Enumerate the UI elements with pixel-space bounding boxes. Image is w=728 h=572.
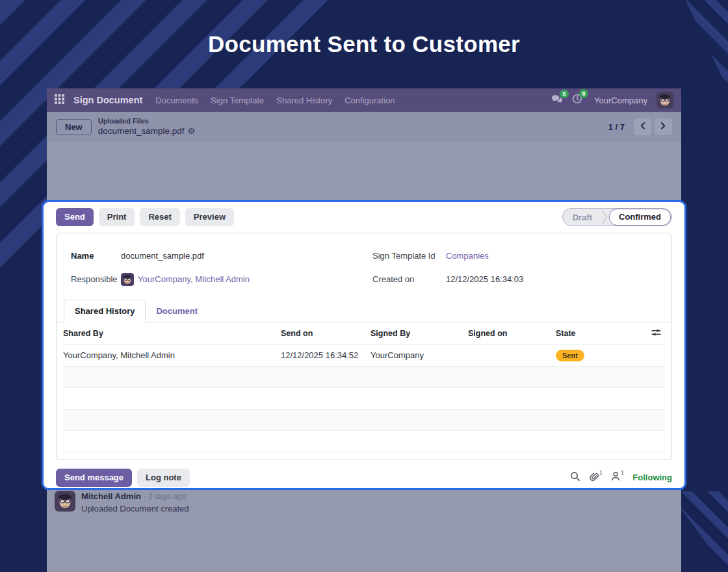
chatter-toolbar: Send message Log note 1 1 Following — [56, 469, 672, 487]
status-chevron-icon — [602, 209, 608, 226]
statusbar: Draft Confirmed — [562, 208, 672, 226]
log-note-button[interactable]: Log note — [137, 469, 190, 487]
chatter-toolbar-right: 1 1 Following — [570, 471, 672, 484]
status-step-confirmed[interactable]: Confirmed — [609, 209, 671, 226]
field-name: Name document_sample.pdf — [71, 249, 372, 263]
breadcrumb-current-label: document_sample.pdf — [98, 126, 185, 136]
spotlight-card: Send Print Reset Preview Draft Confirmed — [42, 200, 686, 490]
sign-template-link[interactable]: Companies — [446, 251, 489, 261]
form-sheet: Name document_sample.pdf Responsible You… — [56, 233, 672, 460]
new-button[interactable]: New — [56, 119, 92, 135]
breadcrumb-parent[interactable]: Uploaded Files — [98, 117, 196, 125]
breadcrumb-current: document_sample.pdf ⚙ — [98, 126, 196, 136]
preview-button[interactable]: Preview — [185, 208, 234, 226]
follower-count: 1 — [621, 469, 624, 476]
field-responsible: Responsible YourCompany, Mitchell Admin — [71, 272, 372, 286]
tab-document[interactable]: Document — [146, 300, 208, 322]
state-badge: Sent — [556, 350, 584, 361]
form-toolbar: Send Print Reset Preview Draft Confirmed — [56, 207, 672, 227]
nav-item-sign-template[interactable]: Sign Template — [211, 96, 264, 105]
chevron-right-icon — [660, 122, 666, 132]
app-name[interactable]: Sign Document — [73, 95, 142, 105]
form-fields: Name document_sample.pdf Responsible You… — [57, 233, 671, 286]
table-empty-row — [63, 431, 665, 452]
search-messages-button[interactable] — [570, 471, 580, 484]
field-name-value: document_sample.pdf — [121, 251, 204, 261]
pager: 1 / 7 — [608, 118, 672, 135]
nav-item-configuration[interactable]: Configuration — [344, 96, 395, 105]
table-empty-row — [63, 410, 665, 431]
activities-count-badge: 8 — [579, 89, 588, 98]
person-icon — [611, 471, 620, 484]
nav-item-documents[interactable]: Documents — [155, 96, 198, 105]
magnifier-icon — [570, 471, 580, 484]
message-body: Uploaded Document created — [81, 504, 189, 514]
user-company-name[interactable]: YourCompany — [594, 96, 647, 105]
column-header-shared-by[interactable]: Shared By — [63, 329, 281, 338]
field-sign-template: Sign Template Id Companies — [372, 249, 657, 263]
page-background: Document Sent to Customer Sign Document … — [0, 0, 728, 572]
pager-next-button[interactable] — [655, 118, 672, 135]
control-panel: New Uploaded Files document_sample.pdf ⚙… — [47, 112, 681, 142]
field-created-on: Created on 12/12/2025 16:34:03 — [372, 272, 657, 286]
print-button[interactable]: Print — [99, 208, 135, 226]
table-empty-row — [63, 367, 665, 388]
navbar: Sign Document Documents Sign Template Sh… — [47, 88, 681, 112]
chatter-message: Mitchell Admin - 2 days ago Uploaded Doc… — [55, 491, 681, 514]
send-message-button[interactable]: Send message — [56, 469, 132, 487]
message-author: Mitchell Admin — [81, 491, 141, 501]
user-avatar[interactable] — [656, 92, 673, 109]
notebook-tabs: Shared History Document — [57, 300, 671, 322]
shared-history-table: Shared By Send on Signed By Signed on St… — [63, 322, 665, 452]
nav-menu: Documents Sign Template Shared History C… — [155, 96, 395, 105]
chevron-left-icon — [640, 122, 645, 132]
field-name-label: Name — [71, 251, 121, 261]
main-area: Send Print Reset Preview Draft Confirmed — [47, 142, 681, 572]
message-author-avatar — [55, 491, 75, 512]
decor-stripes-bottom-right — [681, 491, 728, 572]
navbar-right: 5 8 YourCompany — [551, 92, 673, 109]
paperclip-icon — [589, 471, 599, 484]
column-header-signed-by[interactable]: Signed By — [370, 329, 468, 338]
column-header-send-on[interactable]: Send on — [281, 329, 370, 338]
app-window: Sign Document Documents Sign Template Sh… — [47, 88, 681, 572]
field-sign-template-label: Sign Template Id — [372, 251, 446, 261]
pager-previous-button[interactable] — [634, 118, 651, 135]
following-button[interactable]: Following — [632, 473, 672, 482]
field-created-on-value: 12/12/2025 16:34:03 — [446, 274, 523, 284]
tab-shared-history[interactable]: Shared History — [64, 300, 146, 322]
send-button[interactable]: Send — [56, 208, 94, 226]
field-responsible-value: YourCompany, Mitchell Admin — [121, 273, 250, 286]
cell-signed-by: YourCompany — [370, 350, 468, 360]
responsible-link[interactable]: YourCompany, Mitchell Admin — [138, 274, 250, 284]
sliders-icon — [651, 328, 661, 339]
nav-item-shared-history[interactable]: Shared History — [276, 96, 332, 105]
breadcrumb: Uploaded Files document_sample.pdf ⚙ — [98, 117, 196, 136]
attachment-count: 1 — [599, 469, 603, 476]
activities-button[interactable]: 8 — [572, 94, 582, 107]
messages-button[interactable]: 5 — [551, 94, 563, 107]
field-created-on-label: Created on — [372, 274, 446, 284]
page-title: Document Sent to Customer — [0, 31, 728, 57]
grid-icon — [55, 94, 64, 107]
pager-count: 1 / 7 — [608, 122, 625, 132]
column-header-state[interactable]: State — [556, 329, 648, 338]
responsible-avatar — [121, 273, 134, 286]
column-header-signed-on[interactable]: Signed on — [468, 329, 556, 338]
apps-menu-button[interactable] — [55, 94, 64, 107]
message-header: Mitchell Admin - 2 days ago — [81, 491, 189, 501]
messages-count-badge: 5 — [560, 90, 569, 99]
cell-send-on: 12/12/2025 16:34:52 — [281, 350, 370, 360]
optional-columns-button[interactable] — [651, 328, 665, 339]
field-responsible-label: Responsible — [71, 274, 121, 284]
cell-shared-by: YourCompany, Mitchell Admin — [63, 350, 281, 360]
status-step-draft[interactable]: Draft — [563, 213, 602, 222]
table-header-row: Shared By Send on Signed By Signed on St… — [63, 322, 665, 344]
table-row[interactable]: YourCompany, Mitchell Admin 12/12/2025 1… — [63, 344, 665, 367]
gear-icon[interactable]: ⚙ — [188, 126, 196, 136]
attachments-button[interactable]: 1 — [589, 471, 603, 484]
message-timestamp: - 2 days ago — [144, 492, 187, 501]
reset-button[interactable]: Reset — [140, 208, 179, 226]
followers-button[interactable]: 1 — [611, 471, 624, 484]
table-empty-row — [63, 388, 665, 410]
